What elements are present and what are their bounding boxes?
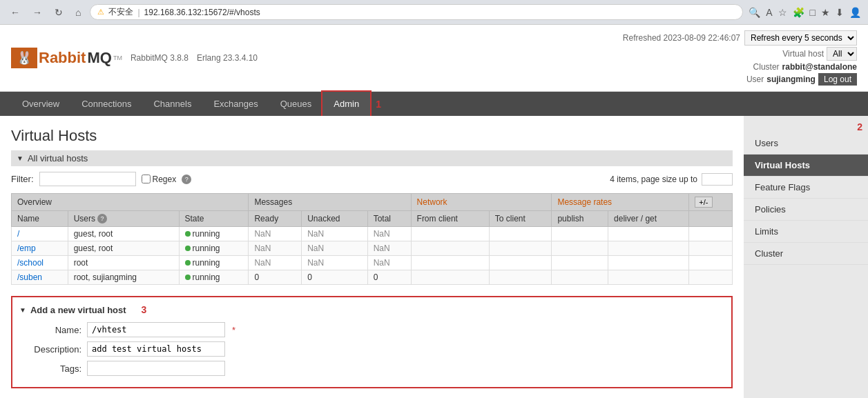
top-right: Refreshed 2023-08-09 22:46:07 Refresh ev… [623,30,857,86]
add-vhost-header[interactable]: ▼ Add a new virtual host 3 [19,304,724,315]
cell-total: NaN [367,227,411,241]
cell-users: root [68,256,179,270]
rabbitmq-version: RabbitMQ 3.8.8 [131,53,189,63]
cell-unacked: 0 [302,270,368,285]
cell-users: guest, root [68,227,179,241]
cell-state: running [179,241,249,256]
name-input[interactable] [87,322,225,337]
nav-queues[interactable]: Queues [269,92,323,116]
cell-users: guest, root [68,241,179,256]
table-row[interactable]: /suben root, sujiangming running 0 0 0 [12,270,733,285]
bookmark-icon[interactable]: ☆ [778,7,787,18]
main-content: Virtual Hosts ▼ All virtual hosts Filter… [0,116,744,398]
content-area: Virtual Hosts ▼ All virtual hosts Filter… [0,116,868,398]
logo-tm: TM [113,54,122,61]
plus-minus-button[interactable]: +/- [695,197,712,208]
refresh-button[interactable]: ↻ [51,6,66,19]
sidebar-item-feature-flags[interactable]: Feature Flags [744,177,868,199]
cell-name[interactable]: / [12,227,68,241]
home-button[interactable]: ⌂ [72,6,84,19]
overview-col-header: Overview [12,194,249,211]
users-help-icon[interactable]: ? [97,214,107,223]
cell-unacked: NaN [302,241,368,256]
th-from-client: From client [411,211,489,227]
back-button[interactable]: ← [7,6,23,19]
section-header[interactable]: ▼ All virtual hosts [11,150,733,166]
cell-ready: NaN [249,227,302,241]
cell-name[interactable]: /school [12,256,68,270]
sidebar-item-policies[interactable]: Policies [744,199,868,221]
vhost-label: Virtual host [782,49,824,59]
name-form-row: Name: * [19,322,724,337]
tags-input[interactable] [87,361,225,376]
cell-total: NaN [367,256,411,270]
table-row[interactable]: /emp guest, root running NaN NaN NaN [12,241,733,256]
tab-icon[interactable]: □ [810,7,816,18]
filter-label: Filter: [11,174,34,184]
search-browser-icon[interactable]: 🔍 [749,7,760,18]
nav-connections[interactable]: Connections [70,92,142,116]
required-star: * [232,325,235,335]
nav-exchanges[interactable]: Exchanges [202,92,269,116]
logo-area: 🐰 RabbitMQ TM RabbitMQ 3.8.8 Erlang 23.3… [11,48,258,68]
cell-name[interactable]: /emp [12,241,68,256]
username: sujiangming [766,74,816,84]
cell-publish [552,270,608,285]
font-icon[interactable]: A [766,7,772,18]
profile-icon[interactable]: 👤 [849,7,861,18]
cell-publish [552,256,608,270]
filter-input[interactable] [39,172,136,186]
cell-unacked: NaN [302,256,368,270]
th-total: Total [367,211,411,227]
regex-checkbox[interactable] [142,175,151,183]
top-bar: 🐰 RabbitMQ TM RabbitMQ 3.8.8 Erlang 23.3… [0,25,868,92]
sidebar-item-cluster[interactable]: Cluster [744,243,868,265]
nav-overview[interactable]: Overview [11,92,70,116]
user-row: User sujiangming Log out [746,73,857,86]
nav-bar: Overview Connections Channels Exchanges … [0,92,868,116]
th-users: Users ? [68,211,179,227]
cell-to-client [489,270,552,285]
logout-button[interactable]: Log out [818,73,857,86]
help-icon[interactable]: ? [182,175,191,184]
cell-from-client [411,241,489,256]
nav-admin[interactable]: Admin [322,92,370,116]
address-bar[interactable]: ⚠ 不安全 | 192.168.36.132:15672/#/vhosts [90,4,743,20]
table-row[interactable]: /school root running NaN NaN NaN [12,256,733,270]
cell-publish [552,241,608,256]
version-info: RabbitMQ 3.8.8 Erlang 23.3.4.10 [131,53,258,63]
refresh-select[interactable]: Refresh every 5 seconds [744,30,857,46]
th-name: Name [12,211,68,227]
cluster-name: rabbit@standalone [782,62,857,72]
logo-mq: MQ [87,49,111,67]
download-icon[interactable]: ⬇ [836,7,844,18]
annotation-3: 3 [142,304,147,315]
vhost-select[interactable]: All [827,47,857,61]
cell-action [689,270,733,285]
extensions-icon[interactable]: 🧩 [793,7,804,18]
forward-button[interactable]: → [29,6,46,19]
messages-col-header: Messages [249,194,411,211]
desc-label: Description: [19,344,81,355]
cell-name[interactable]: /suben [12,270,68,285]
cell-action [689,241,733,256]
nav-channels[interactable]: Channels [142,92,202,116]
cell-from-client [411,227,489,241]
sidebar-item-users[interactable]: Users [744,132,868,155]
cell-ready: NaN [249,241,302,256]
desc-input[interactable] [87,341,225,357]
cell-state: running [179,227,249,241]
table-row[interactable]: / guest, root running NaN NaN NaN [12,227,733,241]
cell-deliver [608,270,689,285]
sidebar-item-limits[interactable]: Limits [744,221,868,243]
th-publish: publish [552,211,608,227]
filter-left: Filter: Regex ? [11,172,191,186]
cell-action [689,227,733,241]
logo-icon: 🐰 [11,48,37,68]
cell-unacked: NaN [302,227,368,241]
favorites-icon[interactable]: ★ [821,7,830,18]
sidebar-item-virtual-hosts[interactable]: Virtual Hosts [744,155,868,177]
logo: 🐰 RabbitMQ TM [11,48,122,68]
page-size-input[interactable]: 100 [702,173,733,186]
logo-rabbit: Rabbit [39,49,86,67]
